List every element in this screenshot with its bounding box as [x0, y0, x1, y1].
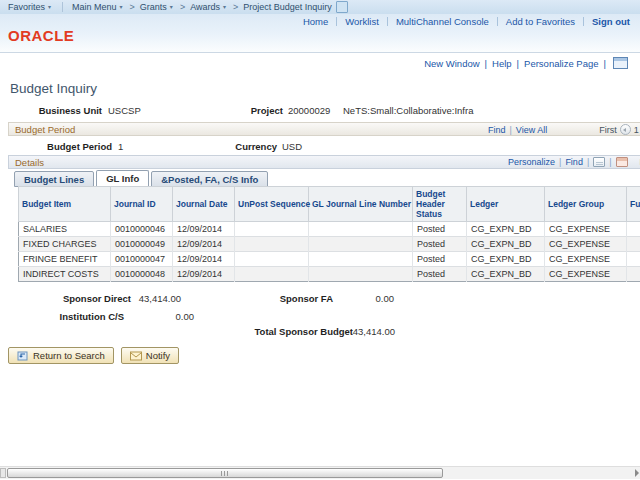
column-header: GL Journal Line Number [309, 187, 413, 222]
column-header: Budget Item [19, 187, 111, 222]
table-row: INDIRECT COSTS001000004812/09/2014Posted… [19, 267, 640, 282]
table-row: FIXED CHARGES001000004912/09/2014PostedC… [19, 237, 640, 252]
column-header: Ledger Group [545, 187, 627, 222]
zoom-grid-icon[interactable] [616, 157, 628, 167]
business-unit-label: Business Unit [0, 105, 102, 116]
table-cell: CG_EXPN_BD [467, 222, 545, 237]
project-label: Project [200, 105, 283, 116]
table-cell: CG_EXPENSE [545, 237, 627, 252]
page-content: Budget Inquiry Business Unit USCSP Proje… [0, 0, 640, 480]
table-cell: Posted [413, 222, 467, 237]
action-buttons: Return to Search Notify [8, 347, 179, 364]
table-row: SALARIES001000004612/09/2014PostedCG_EXP… [19, 222, 640, 237]
project-description: NeTS:Small:Collaborative:Infra [343, 105, 473, 116]
table-cell [627, 252, 640, 267]
first-label: First [599, 125, 617, 135]
table-cell: 12/09/2014 [173, 237, 235, 252]
link-divider [587, 157, 589, 167]
column-header: Budget Header Status [413, 187, 467, 222]
table-row: FRINGE BENEFIT001000004712/09/2014Posted… [19, 252, 640, 267]
table-cell: CG_EXPENSE [545, 222, 627, 237]
table-cell: Posted [413, 237, 467, 252]
table-cell: CG_EXPN_BD [467, 267, 545, 282]
budget-period-label: Budget Period [0, 141, 112, 152]
details-section-title: Details [15, 157, 44, 168]
pager-count: 1 o [634, 125, 640, 135]
column-header: Journal ID [111, 187, 173, 222]
table-cell: INDIRECT COSTS [19, 267, 111, 282]
table-cell [627, 222, 640, 237]
budget-period-section-title: Budget Period [15, 124, 75, 135]
link-divider [510, 125, 512, 135]
link-divider [559, 157, 561, 167]
table-cell [627, 267, 640, 282]
table-cell: 12/09/2014 [173, 267, 235, 282]
table-cell: 0010000049 [111, 237, 173, 252]
table-cell: 12/09/2014 [173, 222, 235, 237]
notify-envelope-icon [130, 351, 142, 361]
table-cell [235, 252, 309, 267]
return-to-search-button[interactable]: Return to Search [8, 347, 114, 364]
table-cell: CG_EXPN_BD [467, 252, 545, 267]
download-grid-icon[interactable] [593, 157, 605, 167]
column-header: UnPost Sequence [235, 187, 309, 222]
table-cell [309, 252, 413, 267]
table-cell [235, 267, 309, 282]
table-cell: CG_EXPN_BD [467, 237, 545, 252]
view-all-link[interactable]: View All [516, 125, 547, 135]
table-cell [235, 237, 309, 252]
business-unit-value: USCSP [108, 105, 141, 116]
institution-cs-value: 0.00 [0, 311, 194, 322]
table-cell: 12/09/2014 [173, 252, 235, 267]
total-sponsor-budget-value: 43,414.00 [0, 326, 395, 337]
details-grid: Budget ItemJournal IDJournal DateUnPost … [18, 186, 640, 282]
tab-gl-info[interactable]: GL Info [96, 170, 149, 187]
table-cell: 0010000048 [111, 267, 173, 282]
table-cell [235, 222, 309, 237]
table-cell [309, 237, 413, 252]
link-divider [609, 157, 611, 167]
currency-value: USD [282, 141, 302, 152]
notify-button[interactable]: Notify [121, 347, 179, 364]
scrollbar-thumb[interactable] [7, 468, 443, 478]
tab-posted-fa-cs-info[interactable]: &Posted, FA, C/S Info [151, 171, 268, 187]
project-value: 20000029 [288, 105, 330, 116]
budget-period-value: 1 [118, 141, 123, 152]
return-to-search-label: Return to Search [33, 350, 105, 361]
column-header: Ledger [467, 187, 545, 222]
scrollbar-left-arrow[interactable] [0, 468, 6, 478]
table-cell: Posted [413, 267, 467, 282]
table-cell [627, 237, 640, 252]
details-toolbar: Personalize Find Firs [508, 157, 640, 167]
scrollbar-right-arrow[interactable] [635, 469, 639, 477]
budget-inquiry-screen: Favorites Main Menu Grants Awards Projec… [0, 0, 640, 480]
table-cell: Posted [413, 252, 467, 267]
table-cell: CG_EXPENSE [545, 252, 627, 267]
table-cell: FRINGE BENEFIT [19, 252, 111, 267]
horizontal-scrollbar [0, 466, 640, 479]
page-title: Budget Inquiry [10, 81, 97, 96]
table-cell: SALARIES [19, 222, 111, 237]
column-header: Fundi [627, 187, 640, 222]
notify-label: Notify [146, 350, 170, 361]
column-header: Journal Date [173, 187, 235, 222]
tab-budget-lines[interactable]: Budget Lines [14, 171, 94, 187]
table-cell [309, 222, 413, 237]
find-link[interactable]: Find [565, 157, 583, 167]
previous-page-icon[interactable] [620, 124, 631, 135]
table-body: SALARIES001000004612/09/2014PostedCG_EXP… [19, 222, 640, 282]
return-to-search-icon [17, 350, 29, 362]
table-cell: FIXED CHARGES [19, 237, 111, 252]
find-link[interactable]: Find [488, 125, 506, 135]
table-header-row: Budget ItemJournal IDJournal DateUnPost … [19, 187, 640, 222]
table-cell: 0010000046 [111, 222, 173, 237]
table-cell: 0010000047 [111, 252, 173, 267]
personalize-link[interactable]: Personalize [508, 157, 555, 167]
sponsor-fa-value: 0.00 [0, 293, 394, 304]
budget-period-pager: Find View All First 1 o [488, 124, 640, 135]
table-cell: CG_EXPENSE [545, 267, 627, 282]
table-cell [309, 267, 413, 282]
currency-label: Currency [200, 141, 277, 152]
details-tabs: Budget Lines GL Info &Posted, FA, C/S In… [14, 170, 270, 187]
scrollbar-grip [221, 471, 229, 476]
